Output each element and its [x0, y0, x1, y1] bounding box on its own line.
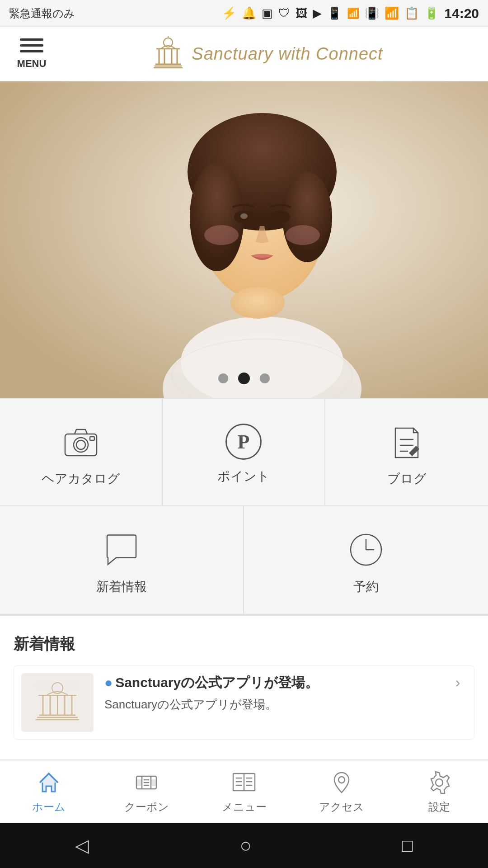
hamburger-icon	[20, 38, 43, 52]
status-time: 14:20	[444, 6, 479, 21]
nav-label-access: アクセス	[319, 800, 364, 814]
slider-dot-2[interactable]	[238, 373, 250, 384]
location-icon	[328, 769, 355, 796]
menu-label: MENU	[17, 58, 47, 70]
chat-icon	[101, 529, 142, 570]
svg-point-19	[270, 211, 290, 223]
svg-rect-28	[90, 437, 94, 440]
svg-point-23	[230, 287, 285, 319]
status-network-text: 緊急通報のみ	[9, 6, 75, 21]
menu-button[interactable]: MENU	[9, 38, 54, 70]
p-circle-icon: P	[225, 424, 262, 460]
slider-dot-3[interactable]	[260, 373, 270, 383]
status-bar: 緊急通報のみ ⚡ 🔔 ▣ 🛡 🖼 ▶ 📱 📶 📳 📶 📋 🔋 14:20	[0, 0, 488, 27]
svg-point-62	[338, 777, 345, 783]
vibrate-icon: 📳	[365, 6, 379, 20]
portrait-svg	[0, 81, 488, 398]
blue-dot-icon: ●	[104, 675, 113, 690]
nav-label-menu: メニュー	[222, 800, 267, 814]
android-nav-bar: ◁ ○ □	[0, 823, 488, 868]
grid-item-hair-catalog[interactable]: ヘアカタログ	[0, 399, 163, 506]
logo-area: Sanctuary with Connect	[54, 36, 479, 72]
android-recent-button[interactable]: □	[402, 835, 413, 856]
bt-icon2: 📶	[347, 8, 359, 19]
logo-text: Sanctuary with Connect	[192, 44, 383, 64]
clock-icon	[346, 529, 386, 570]
android-back-button[interactable]: ◁	[75, 835, 89, 856]
news-body-text: Sanctuaryの公式アプリが登場。	[104, 696, 438, 713]
news-arrow-icon: ›	[449, 673, 467, 691]
app-header: MENU Sanctuary with Connect	[0, 27, 488, 81]
nav-item-menu[interactable]: メニュー	[195, 760, 293, 823]
document-edit-icon	[386, 421, 427, 462]
news-section: 新着情報 ●Sanctuaryの公式アプリが登場。 Sanctuaryの公式アプ…	[0, 616, 488, 749]
app-icon: 📱	[327, 6, 342, 20]
grid-item-point[interactable]: P ポイント	[163, 399, 325, 506]
coupon-icon	[133, 769, 160, 796]
sd-icon: ▣	[262, 6, 273, 20]
image-icon: 🖼	[296, 6, 307, 20]
nav-label-home: ホーム	[32, 800, 66, 814]
news-section-title: 新着情報	[14, 634, 474, 655]
bluetooth-icon: ⚡	[222, 6, 236, 20]
svg-point-21	[204, 225, 239, 245]
news-content: ●Sanctuaryの公式アプリが登場。 Sanctuaryの公式アプリが登場。	[104, 673, 438, 713]
hero-image	[0, 81, 488, 398]
grid-label-hair-catalog: ヘアカタログ	[42, 470, 120, 487]
bottom-navigation: ホーム クーポン	[0, 760, 488, 823]
svg-point-20	[240, 213, 248, 219]
home-icon	[35, 769, 62, 796]
menu-book-icon	[230, 769, 258, 796]
grid-label-reservation: 予約	[353, 578, 379, 595]
nav-item-settings[interactable]: 設定	[390, 760, 488, 823]
grid-item-blog[interactable]: ブログ	[325, 399, 488, 506]
slider-dots	[218, 373, 270, 384]
logo-building-icon	[150, 36, 186, 72]
grid-menu-row2: 新着情報 予約	[0, 506, 488, 616]
sim-icon: 📋	[404, 6, 419, 20]
grid-label-point: ポイント	[217, 468, 270, 485]
shield-icon: 🛡	[278, 6, 290, 20]
play-icon: ▶	[313, 6, 322, 20]
nav-label-coupon: クーポン	[124, 800, 169, 814]
svg-point-27	[76, 440, 85, 449]
android-home-button[interactable]: ○	[239, 834, 252, 857]
hero-slider[interactable]	[0, 81, 488, 398]
grid-label-blog: ブログ	[387, 470, 427, 487]
news-thumbnail	[21, 673, 94, 732]
news-thumbnail-building-icon	[30, 680, 84, 725]
wifi-icon: 📶	[385, 6, 399, 20]
svg-rect-49	[136, 780, 142, 785]
grid-label-news: 新着情報	[96, 578, 147, 595]
camera-icon	[61, 421, 101, 462]
grid-item-news[interactable]: 新着情報	[0, 506, 244, 615]
news-item[interactable]: ●Sanctuaryの公式アプリが登場。 Sanctuaryの公式アプリが登場。…	[14, 665, 474, 740]
nav-item-access[interactable]: アクセス	[293, 760, 390, 823]
svg-rect-53	[151, 780, 156, 785]
news-headline: ●Sanctuaryの公式アプリが登場。	[104, 673, 438, 692]
svg-point-22	[286, 225, 320, 245]
notification-icon: 🔔	[242, 6, 256, 20]
svg-point-63	[436, 779, 443, 786]
nav-label-settings: 設定	[428, 800, 450, 814]
grid-menu-row1: ヘアカタログ P ポイント ブログ	[0, 398, 488, 506]
status-icons: ⚡ 🔔 ▣ 🛡 🖼 ▶ 📱 📶 📳 📶 📋 🔋 14:20	[222, 6, 479, 21]
battery-icon: 🔋	[424, 6, 439, 20]
nav-item-coupon[interactable]: クーポン	[98, 760, 195, 823]
slider-dot-1[interactable]	[218, 373, 228, 383]
gear-icon	[426, 769, 453, 796]
nav-item-home[interactable]: ホーム	[0, 760, 98, 823]
grid-item-reservation[interactable]: 予約	[244, 506, 488, 615]
